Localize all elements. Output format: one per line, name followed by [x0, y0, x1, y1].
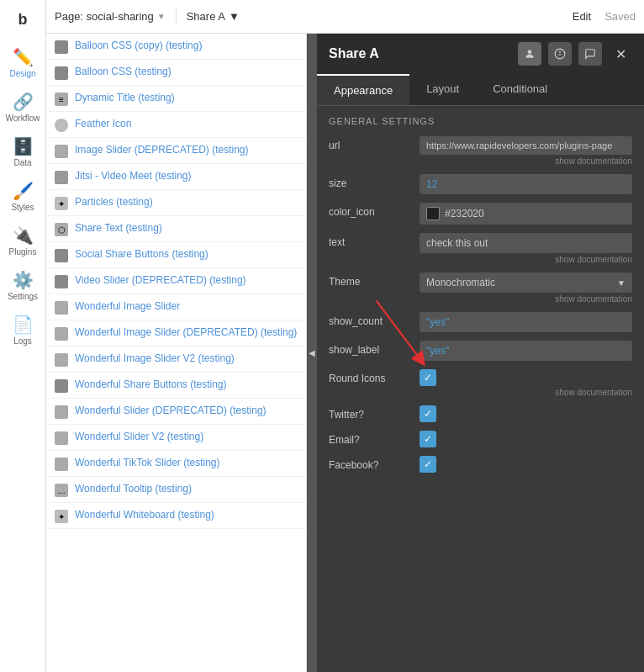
main-area: Page: social-sharing ▼ Share A ▼ Edit Sa…	[46, 0, 644, 672]
color-swatch[interactable]	[426, 207, 440, 220]
field-theme: Theme Monochromatic Color Brand ▼ show d…	[329, 273, 632, 304]
plugin-icon	[55, 458, 68, 471]
twitter-checkbox[interactable]: ✓	[420, 405, 436, 422]
list-item[interactable]: Wonderful Image Slider	[46, 294, 306, 320]
list-item[interactable]: … Wonderful Tooltip (testing)	[46, 477, 306, 503]
sidebar-item-plugins[interactable]: 🔌 Plugins	[0, 219, 45, 263]
plugin-name: Dynamic Title (testing)	[75, 91, 175, 105]
sidebar-item-logs[interactable]: 📄 Logs	[0, 308, 45, 352]
list-item[interactable]: Balloon CSS (testing)	[46, 60, 306, 86]
sidebar-item-styles[interactable]: 🖌️ Styles	[0, 174, 45, 219]
list-item[interactable]: ⬡ Share Text (testing)	[46, 216, 306, 242]
plugin-icon	[55, 275, 68, 288]
design-icon: ✏️	[13, 47, 34, 67]
list-item[interactable]: Jitsi - Video Meet (testing)	[46, 164, 306, 190]
field-color-label: color_icon	[329, 203, 413, 218]
email-checkbox[interactable]: ✓	[420, 431, 436, 447]
list-item[interactable]: Video Slider (DEPRECATED) (testing)	[46, 268, 306, 294]
field-round-icons-value-wrapper: ✓ show documentation	[420, 369, 632, 397]
url-input[interactable]: https://www.rapidevelopers.com/plugins-p…	[420, 136, 632, 155]
plugin-icon: ✦	[55, 510, 68, 523]
show-count-input[interactable]: "yes"	[420, 312, 632, 332]
plugin-icon	[55, 66, 68, 80]
show-label-input[interactable]: "yes"	[420, 341, 632, 361]
theme-select[interactable]: Monochromatic Color Brand	[420, 273, 632, 293]
plugin-name: Wonderful Share Buttons (testing)	[75, 378, 227, 392]
user-icon-button[interactable]	[518, 42, 541, 66]
list-item[interactable]: Wonderful Slider (DEPRECATED) (testing)	[46, 399, 306, 425]
share-selector[interactable]: Share A ▼	[187, 10, 240, 23]
page-selector[interactable]: Page: social-sharing ▼	[55, 10, 166, 23]
theme-docs[interactable]: show documentation	[420, 294, 632, 304]
plugin-name: Wonderful Slider V2 (testing)	[75, 430, 203, 444]
list-item[interactable]: ✦ Wonderful Whiteboard (testing)	[46, 503, 306, 529]
field-url-value-wrapper: https://www.rapidevelopers.com/plugins-p…	[420, 136, 632, 166]
sidebar-item-settings[interactable]: ⚙️ Settings	[0, 263, 45, 308]
tab-layout[interactable]: Layout	[409, 74, 476, 105]
list-item[interactable]: Image Slider (DEPRECATED) (testing)	[46, 138, 306, 164]
collapse-handle[interactable]: ◀	[307, 34, 317, 672]
plugin-icon	[55, 249, 68, 262]
sidebar-item-design[interactable]: ✏️ Design	[0, 40, 45, 85]
tab-conditional[interactable]: Conditional	[476, 74, 564, 105]
list-item[interactable]: Feather Icon	[46, 112, 306, 138]
sidebar-item-workflow[interactable]: 🔗 Workflow	[0, 85, 45, 130]
theme-dropdown-row: Monochromatic Color Brand ▼	[420, 273, 632, 293]
list-item[interactable]: Balloon CSS (copy) (testing)	[46, 34, 306, 60]
logs-icon: 📄	[13, 315, 34, 335]
text-input[interactable]: check this out	[420, 233, 632, 253]
field-url: url https://www.rapidevelopers.com/plugi…	[329, 136, 632, 166]
list-item[interactable]: Wonderful Share Buttons (testing)	[46, 373, 306, 399]
field-size-value-wrapper: 12	[420, 174, 632, 194]
close-button[interactable]: ✕	[609, 42, 632, 66]
facebook-checkbox[interactable]: ✓	[420, 456, 436, 473]
list-item[interactable]: Wonderful Image Slider (DEPRECATED) (tes…	[46, 320, 306, 347]
field-round-icons: Round Icons ✓ show documentation	[329, 369, 632, 397]
plugin-name: Wonderful Image Slider V2 (testing)	[75, 352, 235, 366]
workflow-icon: 🔗	[13, 92, 34, 112]
sidebar: b ✏️ Design 🔗 Workflow 🗄️ Data 🖌️ Styles…	[0, 0, 46, 672]
plugin-name: Particles (testing)	[75, 195, 153, 209]
sidebar-item-data[interactable]: 🗄️ Data	[0, 130, 45, 174]
tab-appearance[interactable]: Appearance	[317, 74, 409, 105]
field-email-label: Email?	[329, 431, 413, 446]
plugin-name: Balloon CSS (copy) (testing)	[75, 39, 202, 53]
plugin-list: Balloon CSS (copy) (testing) Balloon CSS…	[46, 34, 307, 672]
list-item[interactable]: ✦ Particles (testing)	[46, 190, 306, 216]
field-text: text check this out show documentation	[329, 233, 632, 264]
sidebar-item-label: Workflow	[6, 114, 40, 123]
field-theme-label: Theme	[329, 273, 413, 288]
info-icon-button[interactable]	[548, 42, 572, 66]
field-twitter-label: Twitter?	[329, 405, 413, 421]
plugin-name: Image Slider (DEPRECATED) (testing)	[75, 143, 249, 157]
list-item[interactable]: Wonderful Slider V2 (testing)	[46, 425, 306, 451]
field-url-label: url	[329, 136, 413, 151]
edit-button[interactable]: Edit	[573, 10, 591, 23]
url-docs[interactable]: show documentation	[420, 156, 632, 166]
page-chevron-icon: ▼	[157, 12, 166, 21]
size-input[interactable]: 12	[420, 174, 632, 194]
field-twitter: Twitter? ✓	[329, 405, 632, 422]
round-icons-docs[interactable]: show documentation	[420, 388, 632, 397]
list-item[interactable]: Wonderful TikTok Slider (testing)	[46, 451, 306, 477]
email-checkbox-cell: ✓	[420, 431, 632, 447]
color-input[interactable]: #232020	[420, 203, 632, 225]
sidebar-item-label: Plugins	[9, 247, 37, 257]
sidebar-item-label: Settings	[8, 292, 38, 301]
chat-icon-button[interactable]	[578, 42, 602, 66]
list-item[interactable]: ≡ Dynamic Title (testing)	[46, 86, 306, 112]
list-item[interactable]: Wonderful Image Slider V2 (testing)	[46, 347, 306, 373]
list-item[interactable]: Social Share Buttons (testing)	[46, 242, 306, 268]
plugin-name: Social Share Buttons (testing)	[75, 247, 209, 262]
round-icons-checkbox[interactable]: ✓	[420, 369, 436, 386]
plugin-name: Wonderful Tooltip (testing)	[75, 482, 192, 496]
plugins-icon: 🔌	[13, 225, 34, 246]
field-show-label-value-wrapper: "yes"	[420, 341, 632, 361]
plugin-name: Wonderful Image Slider (DEPRECATED) (tes…	[75, 325, 297, 340]
plugin-name: Wonderful TikTok Slider (testing)	[75, 456, 220, 470]
text-docs[interactable]: show documentation	[420, 255, 632, 264]
panel-title: Share A	[329, 46, 379, 61]
show-count-value: "yes"	[426, 316, 449, 328]
plugin-icon	[55, 301, 68, 315]
plugin-icon	[55, 40, 68, 54]
